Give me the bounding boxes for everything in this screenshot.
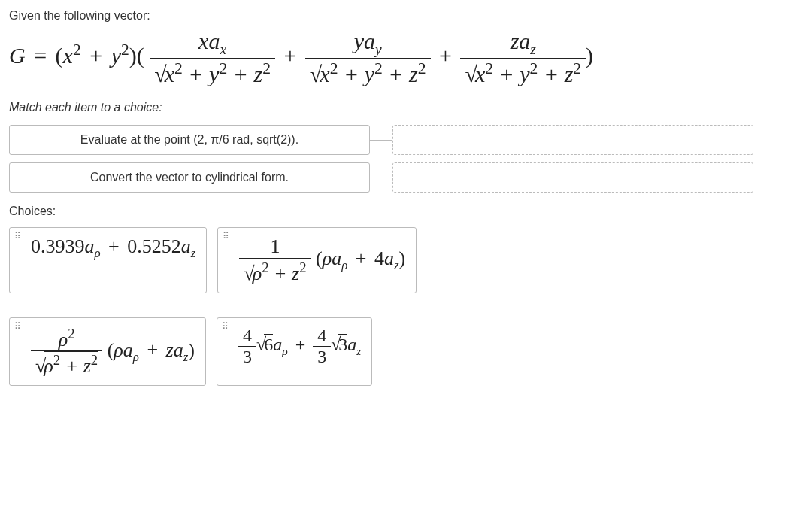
intro-text: Given the following vector:	[9, 9, 803, 23]
match-item-label: Evaluate at the point (2, π/6 rad, sqrt(…	[80, 133, 298, 146]
match-item-evaluate[interactable]: Evaluate at the point (2, π/6 rad, sqrt(…	[9, 125, 370, 155]
choice-c[interactable]: ⠿ ρ2 √ρ2 + z2 (ρaρ + zaz)	[9, 317, 206, 386]
drag-handle-icon: ⠿	[222, 324, 229, 329]
match-area: Evaluate at the point (2, π/6 rad, sqrt(…	[9, 125, 803, 193]
choice-d[interactable]: ⠿ 4 3 √6aρ + 4 3 √3az	[217, 317, 372, 386]
choices-label: Choices:	[9, 205, 803, 218]
drag-handle-icon: ⠿	[223, 234, 230, 238]
choice-b[interactable]: ⠿ 1 √ρ2 + z2 (ρaρ + 4az)	[217, 227, 417, 293]
drag-handle-icon: ⠿	[14, 234, 22, 238]
choice-a[interactable]: ⠿ 0.3939aρ + 0.5252az	[9, 227, 207, 293]
main-equation: G = (x2 + y2)( xax √x2 + y2 + z2 + yay √…	[9, 29, 803, 87]
match-item-convert[interactable]: Convert the vector to cylindrical form.	[9, 162, 370, 193]
match-instruction: Match each item to a choice:	[9, 101, 803, 114]
drop-zone-2[interactable]	[392, 162, 753, 193]
drag-handle-icon: ⠿	[14, 324, 22, 329]
match-item-label: Convert the vector to cylindrical form.	[90, 171, 289, 184]
drop-zone-1[interactable]	[392, 125, 753, 155]
connector-line	[369, 178, 392, 178]
connector-line	[369, 140, 392, 141]
choices-area: ⠿ 0.3939aρ + 0.5252az ⠿ 1 √ρ2 + z2 (ρaρ …	[9, 227, 803, 386]
